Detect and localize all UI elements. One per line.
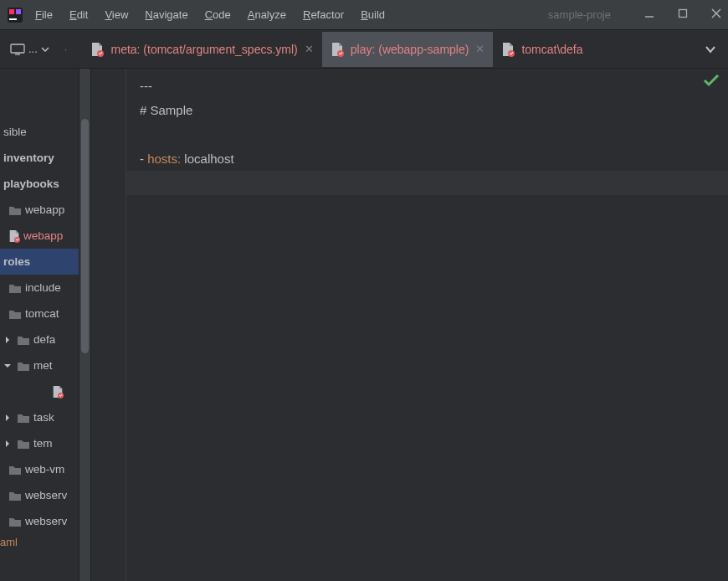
svg-rect-8 [11, 44, 24, 53]
tree-item[interactable] [0, 378, 79, 404]
tab-label: meta: (tomcat/argument_specs.yml) [110, 43, 297, 56]
svg-point-13 [14, 236, 20, 242]
menu-item-code[interactable]: Code [203, 5, 233, 24]
menubar: FileEditViewNavigateCodeAnalyzeRefactorB… [33, 5, 548, 24]
tree-item-label: roles [3, 255, 30, 268]
menu-item-refactor[interactable]: Refactor [301, 5, 346, 24]
folder-icon [17, 334, 30, 346]
tree-item[interactable]: met [0, 352, 79, 378]
editor-tab[interactable]: meta: (tomcat/argument_specs.yml)✕ [82, 32, 321, 67]
tab-label: play: (webapp-sample) [351, 43, 469, 56]
editor-gutter [91, 69, 126, 581]
tree-item[interactable]: webapp [0, 223, 79, 249]
chevron-right-icon[interactable] [2, 438, 13, 450]
tree-item-label: task [33, 411, 54, 424]
tree-item[interactable]: webapp [0, 197, 79, 223]
toolbar-dropdown[interactable]: ... [3, 39, 56, 59]
tree-item-label: playbooks [3, 177, 59, 190]
tree-item[interactable]: roles [0, 249, 79, 275]
svg-point-10 [97, 50, 104, 57]
project-sidebar: sibleinventoryplaybookswebappwebapproles… [0, 69, 79, 581]
tree-item-label: inventory [3, 152, 54, 164]
tabs-overflow-button[interactable] [696, 30, 725, 68]
menu-item-navigate[interactable]: Navigate [143, 5, 189, 24]
folder-icon [8, 204, 22, 216]
tree-item-label: webserv [25, 489, 67, 501]
svg-rect-5 [679, 10, 687, 18]
yaml-file-icon [8, 229, 20, 243]
yaml-file-icon [331, 42, 344, 57]
editor-line[interactable]: --- [140, 74, 728, 98]
tree-item-label: tem [33, 437, 53, 450]
tree-item[interactable]: webserv [0, 508, 79, 534]
editor-tab[interactable]: tomcat\defa [493, 32, 591, 67]
tree-item-label: include [25, 281, 61, 294]
folder-icon [17, 438, 30, 450]
tree-item[interactable]: task [0, 404, 79, 430]
inspection-ok-icon[interactable] [703, 74, 720, 90]
menu-item-view[interactable]: View [103, 5, 130, 24]
tree-item-label: tomcat [25, 307, 59, 320]
app-icon [7, 7, 23, 23]
folder-icon [8, 490, 22, 501]
svg-rect-1 [9, 9, 14, 14]
scrollbar-thumb[interactable] [81, 119, 89, 353]
menu-item-file[interactable]: File [33, 5, 54, 24]
svg-point-11 [337, 50, 344, 57]
sidebar-bottom-label: aml [0, 534, 79, 548]
folder-icon [8, 282, 22, 294]
editor-tabs: meta: (tomcat/argument_specs.yml)✕play: … [82, 30, 696, 68]
project-tree[interactable]: sibleinventoryplaybookswebappwebapproles… [0, 119, 79, 534]
tree-item[interactable]: webserv [0, 482, 79, 508]
folder-icon [8, 308, 22, 320]
svg-rect-3 [9, 18, 17, 20]
tree-item-label: met [33, 359, 53, 372]
chevron-right-icon[interactable] [2, 334, 13, 346]
tree-item[interactable]: include [0, 275, 79, 301]
close-button[interactable] [711, 8, 721, 21]
editor-line[interactable]: - hosts: localhost [140, 147, 728, 171]
editor-line[interactable]: # Sample [140, 98, 728, 122]
minimize-button[interactable] [644, 8, 654, 21]
tree-item[interactable]: tomcat [0, 301, 79, 326]
chevron-down-icon[interactable] [2, 360, 13, 372]
svg-rect-2 [16, 9, 21, 14]
folder-icon [17, 412, 30, 424]
editor-line[interactable] [126, 171, 728, 195]
menu-item-analyze[interactable]: Analyze [246, 5, 288, 24]
titlebar: FileEditViewNavigateCodeAnalyzeRefactorB… [0, 0, 728, 30]
menu-item-build[interactable]: Build [359, 5, 387, 24]
tree-item-label: webapp [25, 203, 64, 216]
tree-item-label: webserv [25, 515, 67, 527]
tree-item-label: defa [33, 333, 55, 346]
tab-label: tomcat\defa [521, 43, 582, 56]
editor-tab[interactable]: play: (webapp-sample)✕ [322, 32, 494, 67]
folder-icon [8, 516, 22, 527]
yaml-file-icon [90, 42, 104, 57]
tree-item-label: sible [3, 126, 27, 138]
tree-item[interactable]: playbooks [0, 171, 79, 197]
sidebar-scrollbar[interactable] [79, 69, 91, 581]
yaml-file-icon [501, 42, 515, 57]
tree-item[interactable]: defa [0, 326, 79, 352]
editor-line[interactable] [140, 122, 728, 147]
tree-item[interactable]: tem [0, 430, 79, 456]
folder-icon [17, 360, 30, 372]
tree-item-label: web-vm [25, 463, 64, 476]
svg-point-12 [508, 50, 515, 57]
project-title: sample-proje [548, 8, 611, 21]
tree-item[interactable]: web-vm [0, 456, 79, 482]
folder-icon [8, 464, 22, 476]
tree-item[interactable]: inventory [0, 145, 79, 171]
close-icon[interactable]: ✕ [305, 43, 314, 55]
menu-item-edit[interactable]: Edit [68, 5, 90, 24]
code-editor[interactable]: ---# Sample- hosts: localhost [126, 69, 728, 581]
svg-point-14 [58, 392, 64, 398]
toolbar-dropdown-label: ... [28, 43, 38, 55]
maximize-button[interactable] [678, 8, 688, 21]
toolbar-separator-dot: · [64, 43, 68, 55]
tree-item[interactable]: sible [0, 119, 79, 145]
chevron-right-icon[interactable] [2, 412, 13, 424]
tree-item-label: webapp [23, 229, 63, 242]
close-icon[interactable]: ✕ [475, 43, 484, 55]
